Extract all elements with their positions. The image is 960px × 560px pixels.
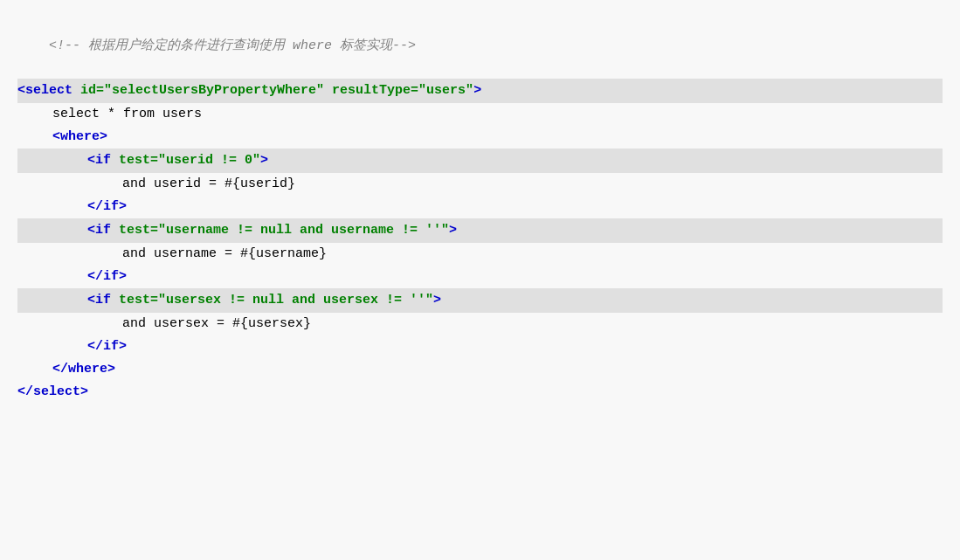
- if3-tag-open: <if: [87, 293, 111, 308]
- if2-open-line: <if test="username != null and username …: [17, 218, 943, 243]
- select-space2: [324, 83, 332, 98]
- if1-tag-close: >: [260, 153, 268, 168]
- sql-select-line: select * from users: [17, 103, 943, 126]
- if1-tag-open: <if: [87, 153, 111, 168]
- where-keyword-comment: where: [293, 38, 332, 53]
- if3-close-line: </if>: [17, 335, 943, 358]
- comment-line: <!-- 根据用户给定的条件进行查询使用 where 标签实现-->: [17, 14, 943, 79]
- if3-body-line: and usersex = #{usersex}: [17, 313, 943, 335]
- if3-test-attr: test="usersex != null and usersex != ''": [119, 293, 433, 308]
- select-close-line: </select>: [17, 381, 943, 404]
- where-close-line: </where>: [17, 358, 943, 381]
- if2-test-attr: test="username != null and username != '…: [119, 223, 449, 238]
- select-tag-close-bracket: >: [473, 83, 481, 98]
- select-resulttype-attr: resultType="users": [332, 83, 473, 98]
- select-space: [73, 83, 80, 98]
- where-open-tag: <where>: [52, 129, 107, 144]
- if2-tag-close: >: [449, 223, 457, 238]
- if1-close-tag: </if>: [87, 199, 127, 214]
- if1-close-line: </if>: [17, 196, 943, 218]
- if3-tag-close: >: [433, 293, 441, 308]
- select-close-tag: </select>: [17, 384, 88, 399]
- if2-body-line: and username = #{username}: [17, 243, 943, 266]
- code-container: <!-- 根据用户给定的条件进行查询使用 where 标签实现--> <sele…: [0, 0, 960, 560]
- select-id-attr: id="selectUsersByPropertyWhere": [80, 83, 324, 98]
- if1-open-line: <if test="userid != 0">: [17, 149, 943, 173]
- comment-text-cn2: 标签实现: [332, 38, 392, 53]
- if3-close-tag: </if>: [87, 339, 127, 354]
- select-open-tag: <select id="selectUsersByPropertyWhere" …: [17, 79, 943, 103]
- comment-prefix: <!--: [49, 38, 88, 53]
- comment-suffix: -->: [392, 38, 416, 53]
- if1-space: [111, 153, 119, 168]
- if3-space: [111, 293, 119, 308]
- if3-open-line: <if test="usersex != null and usersex !=…: [17, 288, 943, 313]
- if2-close-line: </if>: [17, 266, 943, 288]
- if2-close-tag: </if>: [87, 269, 127, 284]
- where-open-line: <where>: [17, 126, 943, 149]
- where-close-tag: </where>: [52, 362, 115, 377]
- if2-space: [111, 223, 119, 238]
- comment-text-cn: 根据用户给定的条件进行查询使用: [88, 38, 293, 53]
- if1-test-attr: test="userid != 0": [119, 153, 260, 168]
- select-tag-open: <select: [17, 83, 73, 98]
- if2-tag-open: <if: [87, 223, 111, 238]
- if1-body-line: and userid = #{userid}: [17, 173, 943, 196]
